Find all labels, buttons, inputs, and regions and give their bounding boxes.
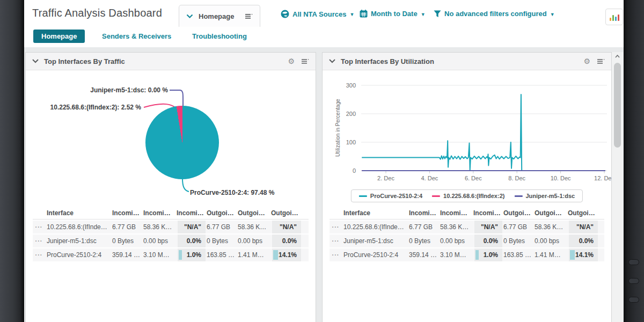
table-header-cell: Outgoi…	[207, 209, 238, 217]
value-cell: 163.85 …	[207, 251, 238, 259]
svg-text:300: 300	[346, 82, 356, 89]
scrollbar-thumb[interactable]	[614, 63, 621, 148]
row-menu-icon[interactable]: ···	[33, 224, 47, 230]
table-header-cell: Outgoi…	[271, 209, 302, 217]
value-cell: 1.41 M…	[535, 251, 568, 259]
nta-sources-dropdown[interactable]: All NTA Sources ▼	[281, 10, 354, 18]
value-cell: 3.10 M…	[440, 251, 473, 259]
value-cell: 0.00 bps	[143, 237, 177, 245]
time-period-label: Month to Date	[371, 10, 418, 18]
legend-item[interactable]: Juniper-m5-1:dsc	[514, 193, 575, 199]
vertical-scrollbar[interactable]	[612, 52, 623, 322]
svg-text:200: 200	[346, 111, 356, 117]
filter-funnel-icon	[434, 10, 441, 18]
tab-troubleshooting[interactable]: Troubleshooting	[192, 30, 247, 43]
panel-header: Top Interfaces By Traffic ⚙	[26, 53, 316, 70]
pie-label-ip: 10.225.68.6:(IfIndex:2): 2.52 %	[31, 104, 141, 111]
value-cell: 1.41 M…	[238, 251, 271, 259]
gear-icon[interactable]: ⚙	[288, 57, 295, 65]
percent-cell: 0.0%	[474, 235, 502, 247]
percent-bar	[570, 250, 575, 260]
table-header-cell: Incomi…	[440, 209, 473, 217]
bezel-button	[628, 278, 639, 284]
table-header-cell: Incomi…	[409, 209, 440, 217]
caret-down-icon: ▼	[349, 12, 354, 17]
tab-senders-receivers[interactable]: Senders & Receivers	[102, 30, 171, 43]
table-header-cell: Incomi…	[143, 209, 177, 217]
list-menu-icon[interactable]	[597, 58, 605, 64]
table-header-cell: Outgoi…	[503, 209, 535, 217]
traffic-table: InterfaceIncomi…Incomi…Incomi…Outgoi…Out…	[26, 207, 316, 261]
value-cell: 359.14 …	[409, 251, 440, 259]
scrollbar-up-arrow[interactable]	[612, 52, 623, 61]
bezel-left	[0, 0, 24, 322]
value-cell: 0 Bytes	[503, 237, 535, 245]
legend-swatch	[432, 195, 440, 197]
table-header-cell: Outgoi…	[568, 209, 599, 217]
value-cell: 0 Bytes	[207, 237, 238, 245]
row-menu-icon[interactable]: ···	[330, 224, 343, 230]
percent-bar	[475, 250, 479, 260]
svg-text:10. Dec: 10. Dec	[551, 175, 571, 181]
value-cell: 6.77 GB	[503, 223, 535, 231]
table-header-row: InterfaceIncomi…Incomi…Incomi…Outgoi…Out…	[330, 207, 604, 219]
tab-homepage[interactable]: Homepage	[33, 30, 85, 43]
table-row: ···10.225.68.6:(IfInde…6.77 GB58.36 K…"N…	[33, 221, 309, 233]
value-cell: 6.77 GB	[112, 223, 143, 231]
percent-cell: 14.1%	[569, 248, 598, 261]
dashboard-content: Top Interfaces By Traffic ⚙	[24, 47, 624, 322]
table-header-cell: Interface	[47, 209, 112, 217]
calendar-icon	[360, 10, 368, 18]
table-row: ···Juniper-m5-1:dsc0 Bytes0.00 bps0.0%0 …	[33, 235, 309, 247]
gear-icon[interactable]: ⚙	[583, 57, 590, 65]
interface-name-cell: Juniper-m5-1:dsc	[47, 237, 112, 245]
row-menu-icon[interactable]: ···	[330, 252, 343, 258]
legend-swatch	[359, 195, 367, 197]
time-period-dropdown[interactable]: Month to Date ▼	[360, 10, 426, 18]
svg-text:6. Dec: 6. Dec	[465, 175, 482, 181]
value-cell: 6.77 GB	[409, 223, 440, 231]
value-cell: 58.36 K…	[535, 223, 568, 231]
svg-text:0: 0	[353, 167, 356, 174]
chart-widget-button[interactable]	[605, 9, 623, 25]
svg-text:2. Dec: 2. Dec	[377, 175, 394, 181]
bezel-right	[624, 0, 644, 322]
view-tab-homepage[interactable]: Homepage	[179, 5, 260, 27]
row-menu-icon[interactable]: ···	[33, 238, 47, 244]
legend-item[interactable]: 10.225.68.6:(IfIndex:2)	[432, 193, 504, 199]
percent-cell: 0.0%	[178, 235, 206, 247]
panel-header: Top Interfaces By Utilization ⚙	[323, 53, 611, 70]
table-row: ···10.225.68.6:(IfInde…6.77 GB58.36 K…"N…	[330, 221, 604, 233]
list-menu-icon[interactable]	[302, 58, 309, 64]
legend-item[interactable]: ProCurve-2510-2:4	[359, 193, 422, 199]
traffic-pie-chart[interactable]	[145, 106, 219, 179]
chart-legend: ProCurve-2510-2:410.225.68.6:(IfIndex:2)…	[351, 189, 583, 202]
panel-top-interfaces-by-traffic: Top Interfaces By Traffic ⚙	[25, 52, 316, 322]
table-header-cell: Interface	[343, 209, 409, 217]
caret-down-icon: ▼	[421, 12, 426, 17]
value-cell: 0.00 bps	[535, 237, 568, 245]
collapse-chevron-icon[interactable]	[32, 59, 39, 63]
interface-name-cell: ProCurve-2510-2:4	[343, 251, 409, 259]
advanced-filters-dropdown[interactable]: No advanced filters configured ▼	[434, 10, 555, 18]
svg-text:12. Dec: 12. Dec	[594, 175, 611, 181]
table-row: ···ProCurve-2510-2:4359.14 …3.10 M…1.0%1…	[330, 248, 604, 261]
percent-bar	[273, 250, 278, 260]
percent-cell: "N/A"	[474, 221, 502, 233]
collapse-chevron-icon[interactable]	[329, 59, 335, 63]
percent-cell: 0.0%	[569, 235, 598, 247]
device-frame: Traffic Analysis Dashboard Homepage All …	[0, 0, 644, 322]
percent-bar	[179, 250, 182, 260]
value-cell: 6.77 GB	[207, 223, 238, 231]
table-row: ···ProCurve-2510-2:4359.14 …3.10 M…1.0%1…	[33, 248, 309, 261]
line-chart-area: Utilization in Percentage01002003002. De…	[323, 70, 611, 207]
row-menu-icon[interactable]: ···	[33, 252, 47, 258]
percent-cell: "N/A"	[272, 221, 301, 233]
percent-cell: 0.0%	[272, 235, 301, 247]
value-cell: 0 Bytes	[409, 237, 440, 245]
row-menu-icon[interactable]: ···	[330, 238, 343, 244]
interface-name-cell: Juniper-m5-1:dsc	[343, 237, 409, 245]
utilization-line-chart: Utilization in Percentage01002003002. De…	[323, 70, 611, 188]
list-menu-icon[interactable]	[245, 13, 253, 19]
table-header-cell: Outgoi…	[238, 209, 271, 217]
